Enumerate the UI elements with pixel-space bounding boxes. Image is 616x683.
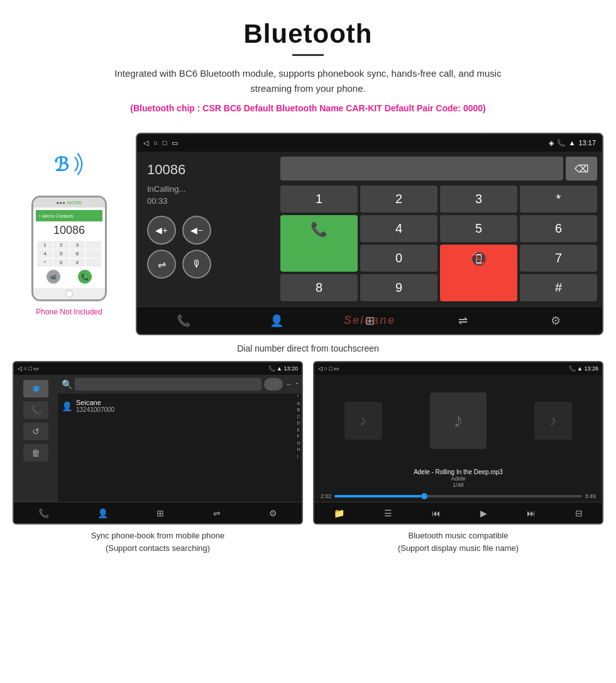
pb-back-icon: ◁: [18, 365, 22, 372]
music-time-total: 3:49: [585, 493, 596, 499]
music-prev-icon[interactable]: ⏮: [432, 508, 441, 518]
phone-mockup: ●●● MORE + Add to Contacts 10086 1 2 3 4…: [31, 196, 107, 301]
alpha-star: *: [297, 394, 300, 401]
pb-alpha-star: *: [295, 381, 298, 387]
music-note-next-icon: ♪: [550, 413, 557, 429]
pb-nav-settings-icon[interactable]: ⚙: [269, 508, 277, 518]
music-menu-icon: □: [329, 365, 332, 372]
sync-icon: ↺: [32, 426, 40, 436]
pb-search-icon: 🔍: [62, 379, 72, 389]
key-2[interactable]: 2: [360, 186, 437, 213]
phone-key-1[interactable]: 1: [37, 241, 53, 249]
pb-toggle[interactable]: [264, 378, 283, 391]
pb-nav-person-icon[interactable]: 👤: [97, 508, 108, 518]
alpha-c: C: [297, 414, 300, 421]
mic-icon: 🎙: [192, 258, 202, 270]
pb-search-field[interactable]: [75, 378, 261, 391]
key-hangup-red[interactable]: 📵: [440, 245, 517, 301]
phone-home-button[interactable]: [65, 290, 73, 297]
location-icon: ◈: [549, 139, 554, 147]
transfer-button[interactable]: ⇌: [147, 250, 176, 279]
key-6[interactable]: 6: [520, 215, 597, 242]
music-status-bar: ◁ ○ □ ▭ 📞 ▲ 13:26: [314, 362, 602, 375]
bottom-music-item: ◁ ○ □ ▭ 📞 ▲ 13:26 ♪ ♪: [313, 361, 603, 554]
keypad-delete-button[interactable]: ⌫: [566, 157, 597, 180]
bottom-row: ◁ ○ □ ▭ 📞 ▲ 13:20 ✱ 📞: [0, 361, 616, 567]
key-5[interactable]: 5: [440, 215, 517, 242]
pb-time: 13:20: [283, 365, 298, 372]
phone-key-empty2: [85, 250, 101, 258]
music-wifi-icon: ▲: [577, 365, 583, 372]
pb-back-arrow-icon[interactable]: ←: [285, 380, 293, 389]
nav-settings-icon[interactable]: ⚙: [544, 309, 567, 332]
phone-number-display: 10086: [36, 221, 102, 240]
pb-nav-grid-icon[interactable]: ⊞: [157, 508, 164, 518]
keypad-input-field[interactable]: [280, 157, 563, 180]
add-contacts-label: + Add to Contacts: [38, 214, 73, 218]
phone-action-row: 📹 📞: [36, 268, 102, 286]
bluetooth-signal-icon: ℬ: [50, 145, 88, 186]
nav-contacts-icon[interactable]: 👤: [265, 309, 288, 332]
phone-key-5[interactable]: 5: [53, 250, 69, 258]
key-8[interactable]: 8: [280, 274, 358, 301]
music-progress-bar[interactable]: [334, 495, 583, 497]
key-3[interactable]: 3: [440, 186, 517, 213]
nav-menu-icon: □: [163, 139, 167, 147]
pb-sidebar-delete-icon[interactable]: 🗑: [23, 444, 48, 462]
pb-sidebar-sync-icon[interactable]: ↺: [23, 423, 48, 440]
mic-button[interactable]: 🎙: [182, 250, 211, 279]
phone-key-0[interactable]: 0: [53, 258, 69, 267]
pb-nav-transfer-icon[interactable]: ⇌: [213, 508, 221, 518]
phone-key-3[interactable]: 3: [70, 241, 85, 249]
phone-key-4[interactable]: 4: [37, 250, 53, 258]
phone-video-btn[interactable]: 📹: [47, 270, 60, 284]
pb-caption-line1: Sync phone-book from mobile phone: [91, 531, 224, 540]
music-time-current: 2:02: [321, 493, 332, 499]
key-7[interactable]: 7: [520, 245, 597, 272]
music-recent-icon: ▭: [334, 365, 339, 372]
music-eq-icon[interactable]: ⊟: [575, 508, 583, 518]
phone-key-hash[interactable]: #: [70, 258, 85, 267]
key-hash[interactable]: #: [520, 274, 597, 301]
key-1[interactable]: 1: [280, 186, 358, 213]
music-caption-line2: (Support display music file name): [398, 543, 519, 553]
phone-signal-icon: 📞: [557, 139, 566, 147]
contact-info: Seicane 13241007000: [76, 399, 114, 413]
phone-screen: + Add to Contacts 10086 1 2 3 4 5 6 * 0 …: [33, 208, 105, 288]
page-title: Bluetooth: [13, 19, 603, 49]
key-9[interactable]: 9: [360, 274, 437, 301]
phone-key-6[interactable]: 6: [70, 250, 85, 258]
car-screen-main: ◁ ○ □ ▭ ◈ 📞 ▲ 13:17 10086 InCalling...: [136, 133, 603, 335]
nav-back-icon: ◁: [143, 139, 148, 147]
nav-transfer-icon[interactable]: ⇌: [451, 309, 474, 332]
pb-contact-item[interactable]: 👤 Seicane 13241007000: [62, 396, 298, 416]
nav-call-icon[interactable]: 📞: [172, 309, 195, 332]
music-folder-icon[interactable]: 📁: [334, 508, 344, 518]
bottom-phonebook-item: ◁ ○ □ ▭ 📞 ▲ 13:20 ✱ 📞: [13, 361, 303, 554]
key-star[interactable]: *: [520, 186, 597, 213]
alpha-h: H: [297, 447, 300, 453]
call-left-panel: 10086 InCalling... 00:33 ◀+ ◀−: [137, 152, 275, 306]
pb-sidebar-bt-icon[interactable]: ✱: [23, 380, 48, 397]
phone-not-included-label: Phone Not Included: [36, 308, 102, 316]
car-status-right: ◈ 📞 ▲ 13:17: [549, 139, 596, 147]
key-call-green[interactable]: 📞: [280, 215, 358, 272]
phone-key-2[interactable]: 2: [53, 241, 69, 249]
pb-sidebar-phone-icon[interactable]: 📞: [23, 401, 48, 419]
volume-down-button[interactable]: ◀−: [182, 216, 211, 245]
music-next-icon[interactable]: ⏭: [527, 508, 536, 518]
contact-name: Seicane: [76, 399, 114, 406]
phone-icon: 📞: [31, 405, 41, 415]
music-content: ♪ ♪ ♪ Adele - Rolling In the Deep.mp3 Ad…: [314, 375, 602, 502]
phone-key-star[interactable]: *: [37, 258, 53, 267]
music-list-icon[interactable]: ☰: [384, 508, 392, 518]
key-4[interactable]: 4: [360, 215, 437, 242]
key-0[interactable]: 0: [360, 245, 437, 272]
volume-up-button[interactable]: ◀+: [147, 216, 176, 245]
call-btn-row-1: ◀+ ◀−: [147, 216, 265, 245]
pb-sidebar: ✱ 📞 ↺ 🗑: [14, 375, 58, 502]
music-play-icon[interactable]: ▶: [480, 508, 487, 518]
music-status-left: ◁ ○ □ ▭: [318, 365, 339, 372]
pb-nav-call-icon[interactable]: 📞: [38, 508, 49, 518]
phone-call-btn[interactable]: 📞: [78, 270, 92, 284]
